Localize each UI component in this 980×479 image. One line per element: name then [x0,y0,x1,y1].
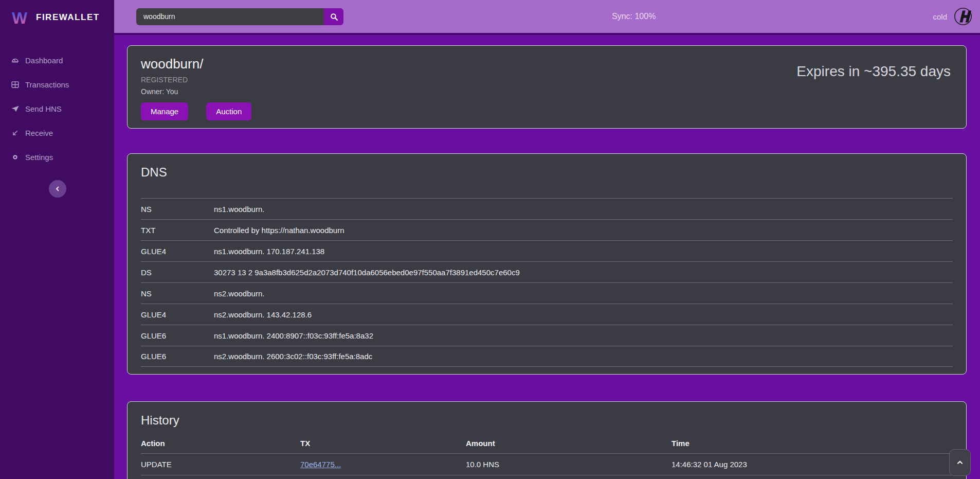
history-row: UPDATE 70e64775... 10.0 HNS 14:46:32 01 … [141,453,953,475]
domain-name: woodburn/ [141,56,251,72]
column-header-action: Action [141,439,300,448]
search-button[interactable] [324,8,343,25]
column-header-time: Time [672,439,953,448]
sidebar: W FIREWALLET Dashboard Transactions Send… [0,0,114,479]
dns-table: NS ns1.woodburn. TXT Controlled by https… [141,198,953,367]
sidebar-item-dashboard[interactable]: Dashboard [0,48,114,73]
dns-record-value: ns1.woodburn. [214,205,953,214]
sidebar-item-receive[interactable]: Receive [0,121,114,145]
dns-record-row: GLUE4 ns2.woodburn. 143.42.128.6 [141,304,953,325]
domain-status: REGISTERED [141,76,251,84]
sidebar-item-label: Send HNS [25,104,62,113]
column-header-tx: TX [300,439,466,448]
dns-record-row: DS 30273 13 2 9a3a8fb3d625d2a2073d740f10… [141,261,953,282]
dns-record-row: GLUE4 ns1.woodburn. 170.187.241.138 [141,240,953,261]
history-table: Action TX Amount Time UPDATE 70e64775...… [141,433,953,479]
dns-record-value: Controlled by https://nathan.woodburn [214,226,953,235]
table-icon [11,80,20,89]
tx-link[interactable]: 70e64775... [300,460,341,469]
history-title: History [141,413,953,428]
dns-record-value: ns2.woodburn. 2600:3c02::f03c:93ff:fe5a:… [214,352,953,361]
dns-record-row: NS ns2.woodburn. [141,282,953,304]
dns-record-type: NS [141,289,214,298]
dns-record-value: 30273 13 2 9a3a8fb3d625d2a2073d740f10da6… [214,268,953,277]
dns-record-type: NS [141,205,214,214]
firewallet-logo-icon: W [9,7,30,28]
dns-record-row: NS ns1.woodburn. [141,198,953,219]
dns-record-type: GLUE4 [141,247,214,256]
gauge-icon [11,56,20,65]
sidebar-item-label: Receive [25,129,53,137]
sidebar-item-settings[interactable]: Settings [0,145,114,169]
receive-arrow-icon [11,129,20,137]
manage-button[interactable]: Manage [141,102,188,120]
dns-record-type: TXT [141,226,214,235]
app-title: FIREWALLET [36,12,100,23]
dns-record-type: DS [141,268,214,277]
search-group [136,8,343,25]
wallet-switcher[interactable]: cold [933,0,973,33]
dns-record-value: ns2.woodburn. 143.42.128.6 [214,310,953,319]
sidebar-item-send-hns[interactable]: Send HNS [0,97,114,121]
svg-text:W: W [12,9,28,27]
sidebar-item-label: Transactions [25,80,69,89]
history-row: RENEW d73b64... 10.0 HNS 15:17:38 07 Feb… [141,475,953,479]
top-header: Sync: 100% cold [114,0,980,33]
dns-record-value: ns1.woodburn. 2400:8907::f03c:93ff:fe5a:… [214,331,953,340]
column-header-amount: Amount [466,439,672,448]
search-icon [330,12,338,21]
app-logo: W FIREWALLET [0,0,114,35]
sidebar-item-label: Dashboard [25,56,63,65]
page-content: woodburn/ REGISTERED Owner: You Manage A… [114,35,980,479]
wallet-name: cold [933,12,947,21]
sidebar-item-label: Settings [25,153,53,162]
dns-record-row: TXT Controlled by https://nathan.woodbur… [141,219,953,240]
sidebar-item-transactions[interactable]: Transactions [0,73,114,97]
send-icon [11,104,20,113]
sidebar-nav: Dashboard Transactions Send HNS Receive [0,48,114,169]
scroll-to-top-button[interactable] [949,449,971,476]
chevron-left-icon [55,186,61,192]
history-action: UPDATE [141,460,300,469]
handshake-logo-icon [953,7,973,26]
dns-record-type: GLUE6 [141,352,214,361]
dns-record-value: ns1.woodburn. 170.187.241.138 [214,247,953,256]
expiry-info: Expires in ~395.35 days [796,63,951,128]
dns-title: DNS [141,165,953,180]
gear-icon [11,153,20,162]
history-amount: 10.0 HNS [466,460,672,469]
chevron-up-icon [956,459,964,466]
dns-record-value: ns2.woodburn. [214,289,953,298]
sidebar-collapse-button[interactable] [49,180,66,198]
history-card: History Action TX Amount Time UPDATE 70e… [127,401,967,479]
auction-button[interactable]: Auction [206,102,251,120]
dns-record-type: GLUE6 [141,331,214,340]
search-input[interactable] [136,8,324,25]
history-time: 14:46:32 01 Aug 2023 [672,460,953,469]
main-area: Sync: 100% cold woodburn/ REGISTERED [114,0,980,479]
domain-overview-card: woodburn/ REGISTERED Owner: You Manage A… [127,45,967,129]
sync-status: Sync: 100% [612,12,656,21]
dns-record-type: GLUE4 [141,310,214,319]
domain-owner: Owner: You [141,87,251,96]
dns-record-row: GLUE6 ns2.woodburn. 2600:3c02::f03c:93ff… [141,346,953,367]
dns-record-row: GLUE6 ns1.woodburn. 2400:8907::f03c:93ff… [141,325,953,346]
dns-card: DNS NS ns1.woodburn. TXT Controlled by h… [127,153,967,375]
history-header-row: Action TX Amount Time [141,433,953,453]
